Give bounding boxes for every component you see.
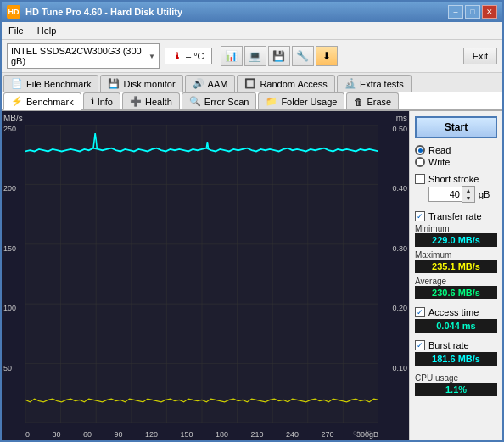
- menu-help[interactable]: Help: [34, 24, 60, 37]
- average-label: Average: [415, 277, 446, 286]
- minimum-value: 229.0 MB/s: [415, 233, 497, 247]
- tabs-row2: ⚡ Benchmark ℹ Info ➕ Health 🔍 Error Scan…: [2, 92, 502, 111]
- thermometer-icon: 🌡: [172, 50, 182, 62]
- spinbox-down[interactable]: ▼: [462, 194, 474, 202]
- tab-info[interactable]: ℹ Info: [83, 92, 120, 109]
- drive-name: INTEL SSDSA2CW300G3 (300 gB): [11, 46, 148, 66]
- drive-select-group: INTEL SSDSA2CW300G3 (300 gB) ▼: [7, 43, 160, 69]
- tab-health[interactable]: ➕ Health: [122, 92, 180, 109]
- health-icon: ➕: [130, 96, 142, 107]
- folder-usage-icon: 📁: [266, 96, 277, 107]
- window-title: HD Tune Pro 4.60 - Hard Disk Utility: [25, 7, 182, 17]
- access-time-section: ✓ Access time 0.044 ms: [415, 307, 497, 335]
- burst-rate-checkbox[interactable]: ✓: [415, 340, 425, 350]
- transfer-rate-label: Transfer rate: [428, 211, 482, 221]
- radio-write-label: Write: [428, 157, 450, 167]
- cpu-usage-value: 1.1%: [415, 383, 497, 396]
- maximum-value: 235.1 MB/s: [415, 260, 497, 273]
- tab-aam[interactable]: 🔊 AAM: [185, 75, 236, 92]
- main-window: HD HD Tune Pro 4.60 - Hard Disk Utility …: [0, 0, 504, 442]
- spinbox-input[interactable]: [428, 187, 462, 202]
- menu-bar: File Help: [2, 22, 502, 40]
- y-axis-right-label: ms: [396, 114, 407, 123]
- toolbar-icons: 📊 💻 💾 🔧 ⬇: [221, 46, 338, 66]
- spinbox-up[interactable]: ▲: [462, 187, 474, 194]
- y-ticks-left: 250 200 150 100 50: [3, 125, 16, 423]
- burst-rate-label-row: ✓ Burst rate: [415, 340, 497, 350]
- burst-rate-value: 181.6 MB/s: [415, 352, 497, 366]
- tabs-row1: 📄 File Benchmark 💾 Disk monitor 🔊 AAM 🔲 …: [2, 73, 502, 92]
- toolbar-icon-btn-5[interactable]: ⬇: [316, 46, 338, 66]
- temperature-value: – °C: [186, 51, 204, 61]
- right-panel: Start Read Write Short stroke: [409, 111, 502, 440]
- info-icon: ℹ: [91, 96, 94, 107]
- chart-container: MB/s ms: [2, 111, 409, 440]
- tab-disk-monitor[interactable]: 💾 Disk monitor: [100, 75, 182, 92]
- extra-tests-icon: 🔬: [344, 78, 356, 89]
- minimize-button[interactable]: –: [448, 5, 463, 19]
- radio-write[interactable]: Write: [415, 157, 497, 167]
- short-stroke-checkbox: [415, 174, 425, 184]
- maximize-button[interactable]: □: [465, 5, 480, 19]
- close-button[interactable]: ✕: [482, 5, 497, 19]
- short-stroke-label: Short stroke: [428, 174, 479, 184]
- radio-read-label: Read: [428, 145, 451, 155]
- menu-file[interactable]: File: [5, 24, 27, 37]
- spinbox-group: ▲ ▼ gB: [428, 186, 497, 203]
- tab-file-benchmark[interactable]: 📄 File Benchmark: [3, 75, 98, 92]
- app-icon: HD: [7, 5, 20, 19]
- access-time-checkbox[interactable]: ✓: [415, 307, 425, 317]
- spinbox-arrows: ▲ ▼: [462, 186, 475, 203]
- error-scan-icon: 🔍: [189, 96, 201, 107]
- window-controls: – □ ✕: [448, 5, 497, 19]
- dropdown-arrow-icon: ▼: [148, 53, 155, 60]
- chart-svg: [25, 125, 378, 423]
- radio-read-dot: [415, 145, 425, 155]
- access-time-label-row: ✓ Access time: [415, 307, 497, 317]
- spinbox-unit: gB: [479, 189, 490, 199]
- tab-error-scan[interactable]: 🔍 Error Scan: [182, 92, 257, 109]
- aam-icon: 🔊: [193, 78, 204, 89]
- transfer-rate-label-row: ✓ Transfer rate: [415, 211, 497, 221]
- access-time-value: 0.044 ms: [415, 319, 497, 333]
- radio-read[interactable]: Read: [415, 145, 497, 155]
- x-ticks: 0 30 60 90 120 150 180 210 240 270 300gB: [25, 430, 378, 439]
- title-bar: HD HD Tune Pro 4.60 - Hard Disk Utility …: [2, 2, 502, 22]
- random-access-icon: 🔲: [244, 78, 256, 89]
- cpu-usage-section: CPU usage 1.1%: [415, 373, 497, 399]
- transfer-rate-section: ✓ Transfer rate Minimum 229.0 MB/s Maxim…: [415, 211, 497, 302]
- toolbar-icon-btn-4[interactable]: 🔧: [292, 46, 314, 66]
- tab-folder-usage[interactable]: 📁 Folder Usage: [258, 92, 344, 109]
- temperature-display: 🌡 – °C: [165, 48, 212, 64]
- toolbar-icon-btn-2[interactable]: 💻: [244, 46, 266, 66]
- content-area: MB/s ms: [2, 111, 502, 440]
- tab-extra-tests[interactable]: 🔬 Extra tests: [337, 75, 412, 92]
- drive-dropdown[interactable]: INTEL SSDSA2CW300G3 (300 gB) ▼: [7, 43, 160, 69]
- access-time-label: Access time: [428, 307, 479, 317]
- read-write-radio-group: Read Write: [415, 145, 497, 167]
- watermark: cr...to: [353, 428, 372, 437]
- transfer-rate-checkbox[interactable]: ✓: [415, 211, 425, 221]
- minimum-label: Minimum: [415, 224, 450, 233]
- maximum-label: Maximum: [415, 250, 451, 260]
- toolbar-icon-btn-1[interactable]: 📊: [221, 46, 243, 66]
- disk-monitor-icon: 💾: [108, 78, 120, 89]
- tab-erase[interactable]: 🗑 Erase: [346, 92, 399, 109]
- file-benchmark-icon: 📄: [11, 78, 23, 89]
- tab-benchmark[interactable]: ⚡ Benchmark: [3, 92, 81, 110]
- benchmark-icon: ⚡: [11, 96, 23, 107]
- erase-icon: 🗑: [354, 97, 363, 107]
- y-axis-left-label: MB/s: [3, 114, 23, 123]
- tab-random-access[interactable]: 🔲 Random Access: [237, 75, 334, 92]
- short-stroke-checkbox-item[interactable]: Short stroke: [415, 174, 497, 184]
- toolbar-icon-btn-3[interactable]: 💾: [268, 46, 290, 66]
- radio-write-dot: [415, 157, 425, 167]
- burst-rate-label: Burst rate: [428, 340, 469, 350]
- exit-button[interactable]: Exit: [463, 48, 497, 64]
- title-bar-left: HD HD Tune Pro 4.60 - Hard Disk Utility: [7, 5, 182, 19]
- start-button[interactable]: Start: [415, 116, 497, 138]
- burst-rate-section: ✓ Burst rate 181.6 MB/s: [415, 340, 497, 368]
- average-value: 230.6 MB/s: [415, 286, 497, 299]
- toolbar: INTEL SSDSA2CW300G3 (300 gB) ▼ 🌡 – °C 📊 …: [2, 40, 502, 73]
- cpu-usage-label: CPU usage: [415, 373, 497, 383]
